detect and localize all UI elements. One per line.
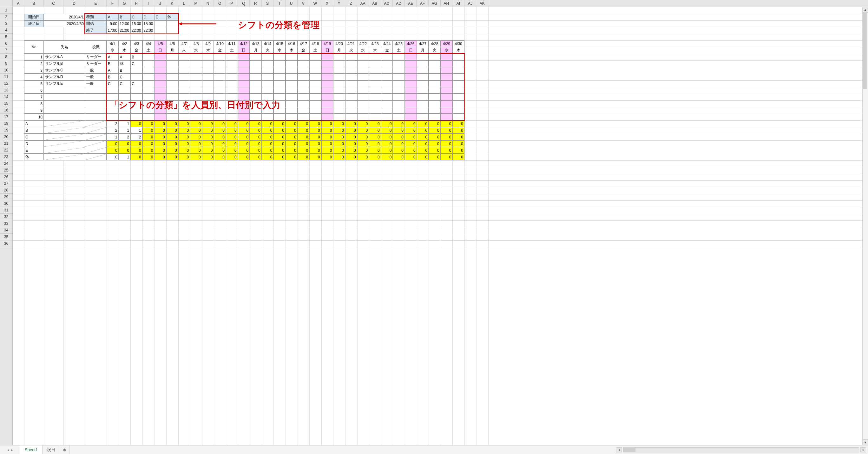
dow-4/16[interactable]: 木 — [285, 47, 298, 54]
summary-cell[interactable]: 0 — [405, 154, 417, 160]
shift-start-0[interactable]: 9:00 — [106, 20, 119, 27]
summary-cell[interactable]: 0 — [405, 134, 417, 140]
summary-label-E[interactable]: E — [24, 147, 44, 154]
shift-cell[interactable] — [393, 54, 405, 60]
shift-cell[interactable] — [226, 107, 238, 114]
col-header-A[interactable]: A — [13, 0, 24, 7]
shift-cell[interactable] — [298, 100, 310, 107]
shift-cell[interactable] — [119, 100, 131, 107]
shift-cell[interactable] — [321, 94, 334, 100]
shift-cell[interactable] — [226, 67, 238, 74]
dow-4/7[interactable]: 火 — [178, 47, 190, 54]
dow-4/9[interactable]: 木 — [202, 47, 214, 54]
shift-cell[interactable] — [357, 80, 369, 87]
row-header-6[interactable]: 6 — [0, 40, 12, 47]
summary-cell[interactable]: 0 — [154, 147, 166, 154]
dow-4/1[interactable]: 水 — [106, 47, 119, 54]
shift-cell[interactable] — [381, 114, 393, 120]
shift-cell[interactable] — [393, 74, 405, 80]
shift-cell[interactable] — [441, 100, 453, 107]
summary-cell[interactable]: 0 — [369, 120, 381, 127]
shift-start-3[interactable]: 18:00 — [143, 20, 155, 27]
shift-end-5[interactable] — [166, 27, 178, 34]
summary-cell[interactable]: 0 — [321, 154, 334, 160]
shift-cell[interactable] — [393, 87, 405, 94]
dow-4/22[interactable]: 水 — [357, 47, 369, 54]
shift-type-col-A[interactable]: A — [106, 13, 119, 20]
shift-cell[interactable] — [154, 100, 166, 107]
shift-cell[interactable] — [309, 107, 321, 114]
summary-cell[interactable]: 0 — [262, 154, 274, 160]
shift-cell[interactable] — [274, 54, 285, 60]
shift-cell[interactable] — [166, 67, 178, 74]
dow-4/15[interactable]: 水 — [274, 47, 285, 54]
shift-cell[interactable] — [214, 100, 226, 107]
shift-cell[interactable] — [226, 60, 238, 67]
roster-name-10[interactable] — [44, 114, 85, 120]
row-header-24[interactable]: 24 — [0, 160, 12, 167]
shift-cell[interactable] — [130, 74, 143, 80]
shift-cell[interactable] — [285, 107, 298, 114]
summary-cell[interactable]: 0 — [381, 154, 393, 160]
shift-cell[interactable] — [298, 80, 310, 87]
summary-cell[interactable]: 0 — [441, 120, 453, 127]
shift-cell[interactable] — [298, 67, 310, 74]
summary-cell[interactable]: 0 — [238, 154, 250, 160]
summary-cell[interactable]: 0 — [298, 120, 310, 127]
shift-cell[interactable]: A — [119, 54, 131, 60]
summary-cell[interactable]: 0 — [321, 140, 334, 147]
summary-cell[interactable]: 0 — [345, 154, 357, 160]
date-4/9[interactable]: 4/9 — [202, 40, 214, 47]
shift-cell[interactable] — [321, 107, 334, 114]
shift-start-5[interactable] — [166, 20, 178, 27]
summary-cell[interactable]: 0 — [106, 147, 119, 154]
summary-cell[interactable]: 0 — [321, 134, 334, 140]
shift-cell[interactable] — [119, 94, 131, 100]
tab-next-icon[interactable]: ▸ — [11, 448, 13, 452]
shift-cell[interactable] — [441, 67, 453, 74]
dow-4/19[interactable]: 日 — [321, 47, 334, 54]
tab-prev-icon[interactable]: ◂ — [7, 448, 9, 452]
shift-cell[interactable]: C — [130, 80, 143, 87]
summary-cell[interactable]: 2 — [119, 134, 131, 140]
row-header-23[interactable]: 23 — [0, 154, 12, 160]
period-start-value[interactable]: 2020/4/1 — [44, 13, 85, 20]
shift-cell[interactable] — [369, 114, 381, 120]
dow-4/2[interactable]: 木 — [119, 47, 131, 54]
summary-cell[interactable]: 0 — [453, 120, 464, 127]
shift-cell[interactable] — [250, 94, 262, 100]
tab-nav[interactable]: ◂ ▸ — [0, 446, 20, 454]
summary-cell[interactable]: 0 — [226, 127, 238, 134]
summary-cell[interactable]: 0 — [130, 147, 143, 154]
date-4/15[interactable]: 4/15 — [274, 40, 285, 47]
col-header-AD[interactable]: AD — [393, 0, 405, 7]
row-header-19[interactable]: 19 — [0, 127, 12, 134]
col-header-X[interactable]: X — [321, 0, 334, 7]
shift-cell[interactable] — [441, 87, 453, 94]
summary-cell[interactable]: 0 — [309, 134, 321, 140]
shift-cell[interactable] — [441, 80, 453, 87]
summary-cell[interactable]: 0 — [393, 154, 405, 160]
col-header-AI[interactable]: AI — [453, 0, 464, 7]
shift-cell[interactable] — [178, 107, 190, 114]
shift-cell[interactable] — [214, 60, 226, 67]
shift-cell[interactable] — [154, 60, 166, 67]
summary-cell[interactable]: 0 — [357, 147, 369, 154]
date-4/21[interactable]: 4/21 — [345, 40, 357, 47]
shift-cell[interactable] — [166, 87, 178, 94]
summary-cell[interactable]: 0 — [130, 154, 143, 160]
select-all-corner[interactable] — [0, 0, 13, 7]
shift-cell[interactable] — [190, 100, 202, 107]
shift-cell[interactable] — [417, 107, 429, 114]
summary-cell[interactable]: 0 — [274, 154, 285, 160]
summary-label-D[interactable]: D — [24, 140, 44, 147]
summary-cell[interactable]: 0 — [154, 154, 166, 160]
shift-cell[interactable]: B — [106, 74, 119, 80]
shift-cell[interactable] — [429, 94, 441, 100]
shift-cell[interactable] — [393, 67, 405, 74]
shift-cell[interactable] — [238, 114, 250, 120]
summary-cell[interactable]: 0 — [393, 140, 405, 147]
shift-cell[interactable] — [119, 107, 131, 114]
row-header-32[interactable]: 32 — [0, 214, 12, 220]
roster-name-4[interactable]: サンプルD — [44, 74, 85, 80]
